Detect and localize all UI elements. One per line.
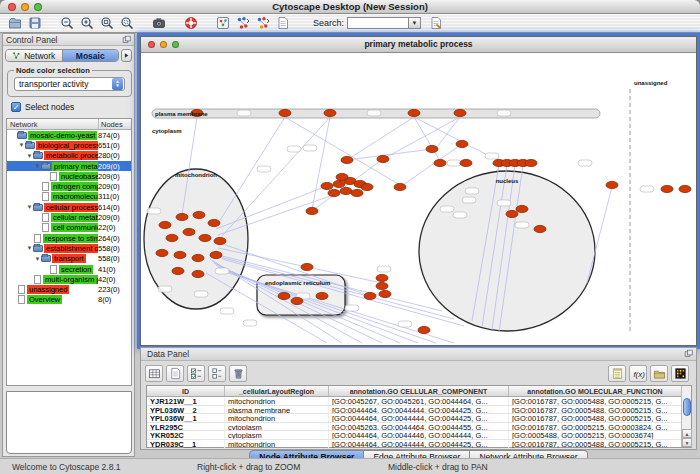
network-node[interactable] bbox=[434, 159, 446, 166]
search-dropdown-arrow[interactable]: ▼ bbox=[409, 17, 421, 29]
table-row[interactable]: YKR052Ccytoplasm[GO:0044464, GO:0044446,… bbox=[147, 431, 681, 440]
tree-row-overview[interactable]: Overview8(0) bbox=[7, 295, 131, 305]
tree-expander-icon[interactable]: ▼ bbox=[26, 204, 33, 210]
tab-mosaic[interactable]: Mosaic bbox=[62, 50, 119, 61]
zoom-out-button[interactable] bbox=[57, 15, 77, 32]
network-node[interactable] bbox=[376, 282, 388, 289]
unselect-attributes-button[interactable] bbox=[208, 365, 226, 382]
table-row[interactable]: YPL036W__2plasma membrane[GO:0044464, GO… bbox=[147, 406, 681, 415]
attribute-matrix-button[interactable] bbox=[671, 365, 689, 382]
select-nodes-checkbox[interactable]: ✓ Select nodes bbox=[11, 102, 74, 112]
network-node[interactable] bbox=[278, 292, 290, 299]
delete-attribute-button[interactable] bbox=[229, 365, 247, 382]
column-header[interactable]: annotation.GO MOLECULAR_FUNCTION bbox=[509, 386, 681, 396]
network-node[interactable] bbox=[426, 145, 438, 152]
import-attributes-button[interactable] bbox=[650, 365, 668, 382]
tree-row-mosaic-demo-yeast[interactable]: mosaic-demo-yeast874(0) bbox=[7, 130, 131, 140]
column-header[interactable]: _cellularLayoutRegion bbox=[225, 386, 329, 396]
network-node[interactable] bbox=[377, 155, 389, 162]
network-node[interactable] bbox=[316, 292, 328, 299]
scroll-up-arrow[interactable]: ▲ bbox=[682, 429, 692, 438]
network-node[interactable] bbox=[306, 207, 318, 214]
create-attribute-button[interactable] bbox=[166, 365, 184, 382]
network-node[interactable] bbox=[279, 109, 291, 116]
network-node[interactable] bbox=[679, 185, 691, 192]
network-node[interactable] bbox=[364, 292, 376, 299]
tree-row-cellular-process[interactable]: ▼cellular process614(0) bbox=[7, 202, 131, 212]
tree-expander-icon[interactable]: ▼ bbox=[18, 142, 25, 148]
tree-row-multi-organism-pro[interactable]: multi-organism pro42(0) bbox=[7, 274, 131, 284]
panel-float-icon[interactable] bbox=[122, 35, 132, 45]
zoom-fit-button[interactable] bbox=[97, 15, 117, 32]
network-node[interactable] bbox=[301, 263, 313, 270]
network-node[interactable] bbox=[176, 213, 188, 220]
tree-row-unassigned[interactable]: unassigned223(0) bbox=[7, 284, 131, 294]
network-node[interactable] bbox=[291, 297, 303, 304]
tree-expander-icon[interactable]: ▼ bbox=[34, 163, 41, 169]
network-node[interactable] bbox=[174, 251, 186, 258]
panel-float-icon[interactable] bbox=[684, 349, 694, 359]
snapshot-camera-button[interactable] bbox=[149, 15, 169, 32]
save-button[interactable] bbox=[25, 15, 45, 32]
network-node[interactable] bbox=[341, 156, 353, 163]
search-input[interactable] bbox=[347, 17, 409, 29]
annotation-button[interactable] bbox=[273, 15, 293, 32]
network-node[interactable] bbox=[361, 183, 373, 190]
table-scrollbar[interactable]: ▲ ▼ bbox=[681, 386, 691, 447]
network-canvas[interactable]: plasma membranecytoplasmmitochondrionnuc… bbox=[142, 53, 693, 349]
network-node[interactable] bbox=[192, 254, 204, 261]
tree-row-biological-process[interactable]: ▼biological_process651(0) bbox=[7, 140, 131, 150]
tree-row-response-to-stimulu[interactable]: response to stimulu264(0) bbox=[7, 233, 131, 243]
tab-network[interactable]: Network bbox=[6, 50, 62, 61]
column-header[interactable]: ID bbox=[147, 386, 225, 396]
network-node[interactable] bbox=[506, 210, 518, 217]
network-node[interactable] bbox=[156, 249, 168, 256]
tree-row-establishment-of-lo[interactable]: ▼establishment of lo558(0) bbox=[7, 243, 131, 253]
network-node[interactable] bbox=[516, 205, 528, 212]
network-node[interactable] bbox=[525, 159, 537, 166]
attribute-editor-button[interactable] bbox=[608, 365, 626, 382]
function-builder-button[interactable]: f(x) bbox=[629, 365, 647, 382]
network-node[interactable] bbox=[333, 180, 345, 187]
tree-row-cellular-metabo[interactable]: cellular metabo209(0) bbox=[7, 212, 131, 222]
tree-row-primary-metabo[interactable]: ▼primary metabo209(0) bbox=[7, 161, 131, 171]
network-node[interactable] bbox=[183, 228, 195, 235]
network-node[interactable] bbox=[210, 251, 222, 258]
network-node[interactable] bbox=[606, 181, 618, 188]
search-options-button[interactable] bbox=[426, 15, 446, 32]
table-row[interactable]: YJR121W__1mitochondrion[GO:0045267, GO:0… bbox=[147, 397, 681, 406]
network-node[interactable] bbox=[193, 211, 205, 218]
open-folder-button[interactable] bbox=[5, 15, 25, 32]
scrollbar-thumb[interactable] bbox=[683, 398, 691, 416]
tree-row-nucleobase-[interactable]: nucleobase-209(0) bbox=[7, 171, 131, 181]
birds-eye-view[interactable] bbox=[6, 391, 132, 454]
network-node[interactable] bbox=[172, 267, 184, 274]
network-node[interactable] bbox=[379, 290, 391, 297]
tree-row-transport[interactable]: ▼transport558(0) bbox=[7, 254, 131, 264]
network-node[interactable] bbox=[460, 159, 472, 166]
table-row[interactable]: YLR295Ccytoplasm[GO:0045263, GO:0044464,… bbox=[147, 423, 681, 432]
network-node[interactable] bbox=[534, 225, 546, 232]
column-header[interactable]: annotation.GO CELLULAR_COMPONENT bbox=[329, 386, 509, 396]
help-lifesaver-button[interactable] bbox=[181, 15, 201, 32]
select-attributes-button[interactable] bbox=[187, 365, 205, 382]
network-node[interactable] bbox=[661, 185, 673, 192]
network-node[interactable] bbox=[418, 326, 430, 333]
network-node[interactable] bbox=[408, 109, 420, 116]
network-node[interactable] bbox=[454, 109, 466, 116]
network-overview-button[interactable] bbox=[213, 15, 233, 32]
tree-row-macromolecule[interactable]: macromolecule311(0) bbox=[7, 192, 131, 202]
tree-expander-icon[interactable]: ▼ bbox=[34, 256, 41, 262]
tab-overflow-arrow[interactable] bbox=[121, 49, 132, 62]
network-node[interactable] bbox=[159, 221, 171, 228]
network-node[interactable] bbox=[321, 182, 333, 189]
network-node[interactable] bbox=[340, 187, 352, 194]
zoom-in-button[interactable] bbox=[77, 15, 97, 32]
tree-expander-icon[interactable]: ▼ bbox=[26, 245, 33, 251]
tree-row-nitrogen-compo[interactable]: nitrogen compo209(0) bbox=[7, 181, 131, 191]
network-node[interactable] bbox=[394, 183, 406, 190]
table-row[interactable]: YPL036W__1mitochondrion[GO:0044464, GO:0… bbox=[147, 414, 681, 423]
network-node[interactable] bbox=[199, 234, 211, 241]
network-node[interactable] bbox=[192, 270, 204, 277]
attribute-panel-button[interactable] bbox=[145, 365, 163, 382]
